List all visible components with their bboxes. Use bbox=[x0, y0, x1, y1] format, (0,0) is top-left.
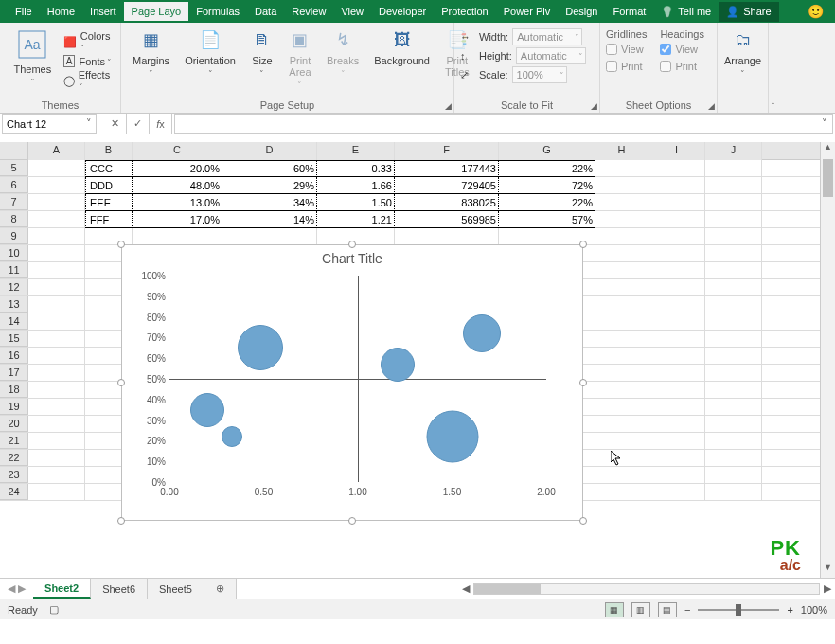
tab-data[interactable]: Data bbox=[247, 2, 284, 21]
row-header[interactable]: 11 bbox=[0, 262, 28, 278]
cell[interactable] bbox=[28, 177, 85, 194]
row-header[interactable]: 21 bbox=[0, 433, 28, 449]
themes-button[interactable]: Aa Themes bbox=[6, 26, 60, 92]
cell[interactable] bbox=[28, 313, 85, 331]
row-header[interactable]: 17 bbox=[0, 365, 28, 381]
cell[interactable] bbox=[395, 228, 499, 245]
cell[interactable]: 13.0% bbox=[133, 194, 222, 211]
chart-bubble[interactable] bbox=[463, 314, 501, 352]
cell[interactable] bbox=[28, 450, 85, 467]
chart-handle[interactable] bbox=[579, 517, 587, 525]
cell[interactable] bbox=[595, 245, 648, 262]
view-page-layout-icon[interactable]: ▥ bbox=[631, 602, 650, 617]
column-header[interactable]: I bbox=[648, 142, 705, 160]
cell[interactable] bbox=[705, 382, 762, 399]
cell[interactable] bbox=[705, 262, 762, 279]
chart-title[interactable]: Chart Title bbox=[122, 245, 582, 266]
cell[interactable] bbox=[705, 348, 762, 365]
row-header[interactable]: 13 bbox=[0, 296, 28, 313]
cell[interactable] bbox=[595, 313, 648, 331]
cell[interactable]: 1.21 bbox=[317, 211, 395, 228]
cell[interactable] bbox=[595, 160, 648, 177]
cell[interactable] bbox=[648, 313, 705, 331]
column-header[interactable]: E bbox=[317, 142, 395, 160]
tab-tell-me[interactable]: Tell me bbox=[653, 2, 719, 22]
row-header[interactable]: 6 bbox=[0, 177, 28, 193]
view-page-break-icon[interactable]: ▤ bbox=[658, 602, 677, 617]
cell[interactable] bbox=[595, 228, 648, 245]
cell[interactable]: CCC bbox=[85, 160, 133, 177]
cell[interactable] bbox=[595, 194, 648, 211]
column-header[interactable]: D bbox=[222, 142, 317, 160]
cell[interactable] bbox=[595, 484, 648, 501]
cell[interactable] bbox=[648, 331, 705, 348]
breaks-button[interactable]: ↯Breaks bbox=[321, 25, 364, 83]
zoom-value[interactable]: 100% bbox=[801, 604, 827, 616]
cell[interactable] bbox=[595, 348, 648, 365]
cell[interactable] bbox=[28, 348, 85, 365]
cell[interactable]: FFF bbox=[85, 211, 133, 228]
chart-bubble[interactable] bbox=[381, 348, 415, 382]
cell[interactable] bbox=[28, 245, 85, 262]
print-area-button[interactable]: ▣Print Area bbox=[283, 25, 317, 95]
feedback-smiley-icon[interactable]: 🙂 bbox=[808, 4, 824, 19]
cell[interactable]: 0.33 bbox=[317, 160, 395, 177]
cell[interactable] bbox=[648, 160, 705, 177]
cell[interactable] bbox=[85, 228, 133, 245]
cell[interactable] bbox=[648, 228, 705, 245]
scroll-down-icon[interactable]: ▼ bbox=[821, 563, 835, 578]
cell[interactable]: 569985 bbox=[395, 211, 499, 228]
row-header[interactable]: 20 bbox=[0, 416, 28, 432]
cell[interactable] bbox=[648, 382, 705, 399]
cell[interactable] bbox=[705, 177, 762, 194]
cell[interactable] bbox=[705, 313, 762, 331]
cell[interactable] bbox=[705, 450, 762, 467]
cell[interactable] bbox=[648, 279, 705, 296]
cell[interactable] bbox=[28, 382, 85, 399]
enter-fx-icon[interactable]: ✓ bbox=[127, 114, 150, 134]
chart-handle[interactable] bbox=[348, 517, 356, 525]
zoom-in-icon[interactable]: + bbox=[787, 604, 792, 616]
chart-handle[interactable] bbox=[117, 241, 125, 248]
column-header[interactable]: H bbox=[595, 142, 648, 160]
cell[interactable] bbox=[705, 467, 762, 484]
cell[interactable] bbox=[595, 296, 648, 313]
column-header[interactable]: A bbox=[28, 142, 85, 160]
cell[interactable] bbox=[705, 160, 762, 177]
cell[interactable] bbox=[28, 467, 85, 484]
cell[interactable] bbox=[28, 228, 85, 245]
row-header[interactable]: 18 bbox=[0, 382, 28, 398]
cell[interactable]: 14% bbox=[222, 211, 317, 228]
size-button[interactable]: 🗎Size bbox=[245, 25, 279, 83]
row-header[interactable]: 16 bbox=[0, 348, 28, 364]
row-header[interactable]: 7 bbox=[0, 194, 28, 210]
tab-insert[interactable]: Insert bbox=[82, 2, 124, 21]
column-header[interactable]: G bbox=[499, 142, 595, 160]
chart-handle[interactable] bbox=[117, 379, 125, 386]
row-header[interactable]: 9 bbox=[0, 228, 28, 244]
cell[interactable] bbox=[222, 228, 317, 245]
chart-handle[interactable] bbox=[579, 241, 587, 248]
chart-bubble[interactable] bbox=[426, 411, 478, 463]
cell[interactable] bbox=[595, 279, 648, 296]
formula-expand-icon[interactable]: ˅ bbox=[817, 117, 832, 130]
cell[interactable] bbox=[648, 348, 705, 365]
horizontal-scrollbar[interactable]: ◀ ▶ bbox=[458, 579, 835, 599]
cell[interactable] bbox=[28, 194, 85, 211]
tab-format[interactable]: Format bbox=[605, 2, 653, 21]
tab-home[interactable]: Home bbox=[40, 2, 82, 21]
sheet-nav[interactable]: ◀ ▶ bbox=[0, 579, 33, 599]
tab-powerpivot[interactable]: Power Piv bbox=[496, 2, 559, 21]
cell[interactable] bbox=[28, 416, 85, 433]
cell[interactable]: 20.0% bbox=[133, 160, 222, 177]
column-header[interactable]: B bbox=[85, 142, 133, 160]
cell[interactable] bbox=[648, 467, 705, 484]
cell[interactable]: 34% bbox=[222, 194, 317, 211]
cell[interactable] bbox=[595, 365, 648, 382]
chart-handle[interactable] bbox=[579, 379, 587, 386]
cell[interactable]: DDD bbox=[85, 177, 133, 194]
sheet-tab[interactable]: Sheet6 bbox=[91, 579, 148, 599]
cell[interactable] bbox=[648, 416, 705, 433]
select-all-corner[interactable] bbox=[0, 142, 28, 160]
gridlines-print-check[interactable]: Print bbox=[606, 59, 647, 74]
